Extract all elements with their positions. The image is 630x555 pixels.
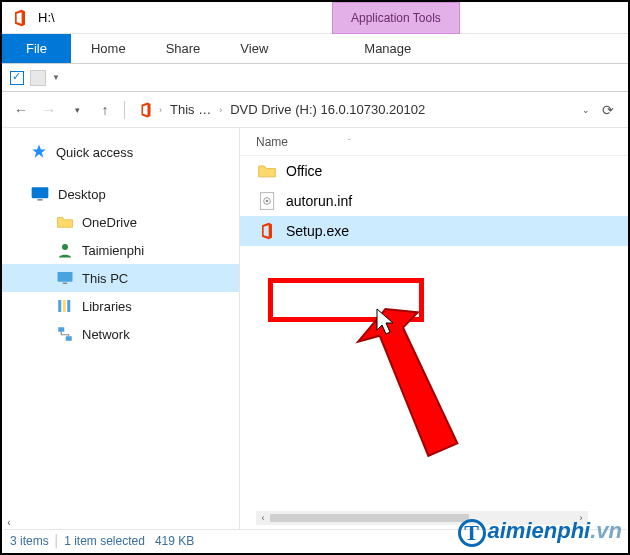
tree-label: Desktop xyxy=(58,187,106,202)
status-item-count: 3 items xyxy=(10,534,49,548)
svg-rect-7 xyxy=(67,300,70,312)
svg-point-2 xyxy=(62,244,68,250)
list-item[interactable]: autorun.inf xyxy=(240,186,628,216)
tree-libraries[interactable]: Libraries xyxy=(2,292,239,320)
titlebar: H:\ Application Tools xyxy=(2,2,628,34)
forward-button[interactable]: → xyxy=(38,99,60,121)
breadcrumb-drive[interactable]: DVD Drive (H:) 16.0.10730.20102 xyxy=(226,100,429,119)
tree-label: Network xyxy=(82,327,130,342)
office-icon xyxy=(10,8,30,28)
svg-rect-1 xyxy=(38,199,43,201)
qat-properties-icon[interactable] xyxy=(30,70,46,86)
status-separator: │ xyxy=(53,534,61,548)
file-name: Office xyxy=(286,163,322,179)
explorer-body: Quick access Desktop OneDrive Taimienphi… xyxy=(2,128,628,529)
chevron-right-icon: › xyxy=(159,105,162,115)
tree-user[interactable]: Taimienphi xyxy=(2,236,239,264)
list-item[interactable]: Office xyxy=(240,156,628,186)
ribbon-tabs: File Home Share View Manage xyxy=(2,34,628,64)
qat-checkbox-icon[interactable] xyxy=(10,71,24,85)
status-size: 419 KB xyxy=(155,534,194,548)
tab-manage[interactable]: Manage xyxy=(344,34,431,63)
office-icon xyxy=(137,101,155,119)
settings-file-icon xyxy=(256,190,278,212)
nav-separator xyxy=(124,101,125,119)
sort-asc-icon: ˆ xyxy=(348,137,351,146)
list-item[interactable]: Setup.exe xyxy=(240,216,628,246)
navigation-bar: ← → ▾ ↑ › This … › DVD Drive (H:) 16.0.1… xyxy=(2,92,628,128)
svg-rect-5 xyxy=(58,300,61,312)
office-icon xyxy=(256,220,278,242)
back-button[interactable]: ← xyxy=(10,99,32,121)
tab-share[interactable]: Share xyxy=(146,34,221,63)
monitor-icon xyxy=(56,269,74,287)
folder-icon xyxy=(56,213,74,231)
svg-rect-6 xyxy=(63,300,66,312)
tree-label: Libraries xyxy=(82,299,132,314)
tree-label: This PC xyxy=(82,271,128,286)
status-selection: 1 item selected xyxy=(64,534,145,548)
libraries-icon xyxy=(56,297,74,315)
refresh-button[interactable]: ⟳ xyxy=(596,102,620,118)
tree-quick-access[interactable]: Quick access xyxy=(2,138,239,166)
tree-label: Taimienphi xyxy=(82,243,144,258)
file-name: autorun.inf xyxy=(286,193,352,209)
scrollbar-thumb[interactable] xyxy=(270,514,469,522)
chevron-right-icon: › xyxy=(219,105,222,115)
tab-file[interactable]: File xyxy=(2,34,71,63)
address-bar[interactable]: › This … › DVD Drive (H:) 16.0.10730.201… xyxy=(133,98,576,121)
tree-label: Quick access xyxy=(56,145,133,160)
scroll-left-icon[interactable]: ‹ xyxy=(256,513,270,523)
svg-rect-4 xyxy=(63,283,68,285)
tree-onedrive[interactable]: OneDrive xyxy=(2,208,239,236)
svg-point-12 xyxy=(266,200,269,203)
recent-locations-button[interactable]: ▾ xyxy=(66,99,88,121)
contextual-tab-application-tools[interactable]: Application Tools xyxy=(332,2,460,34)
network-icon xyxy=(56,325,74,343)
address-dropdown-icon[interactable]: ⌄ xyxy=(582,105,590,115)
svg-rect-9 xyxy=(66,336,72,341)
tree-this-pc[interactable]: This PC xyxy=(2,264,239,292)
header-label: Name xyxy=(256,135,288,149)
breadcrumb-this-pc[interactable]: This … xyxy=(166,100,215,119)
watermark-text-1: aimienphi xyxy=(488,518,591,543)
svg-rect-3 xyxy=(58,272,73,282)
star-icon xyxy=(30,143,48,161)
tree-scroll-left-icon[interactable]: ‹ xyxy=(2,515,16,529)
file-name: Setup.exe xyxy=(286,223,349,239)
tree-network[interactable]: Network xyxy=(2,320,239,348)
watermark-badge: T xyxy=(458,519,486,547)
folder-icon xyxy=(256,160,278,182)
navigation-pane[interactable]: Quick access Desktop OneDrive Taimienphi… xyxy=(2,128,240,529)
quick-access-toolbar: ▼ xyxy=(2,64,628,92)
watermark-text-2: .vn xyxy=(590,518,622,543)
svg-rect-8 xyxy=(58,327,64,332)
up-button[interactable]: ↑ xyxy=(94,99,116,121)
column-header-name[interactable]: Name ˆ xyxy=(240,128,628,156)
user-icon xyxy=(56,241,74,259)
watermark: Taimienphi.vn xyxy=(458,518,622,547)
desktop-icon xyxy=(30,185,50,203)
tree-desktop[interactable]: Desktop xyxy=(2,180,239,208)
tab-home[interactable]: Home xyxy=(71,34,146,63)
tab-view[interactable]: View xyxy=(220,34,288,63)
qat-customize-icon[interactable]: ▼ xyxy=(52,73,60,82)
file-list[interactable]: Name ˆ Office autorun.inf Setup.exe ‹ xyxy=(240,128,628,529)
svg-rect-0 xyxy=(32,187,49,198)
tree-label: OneDrive xyxy=(82,215,137,230)
